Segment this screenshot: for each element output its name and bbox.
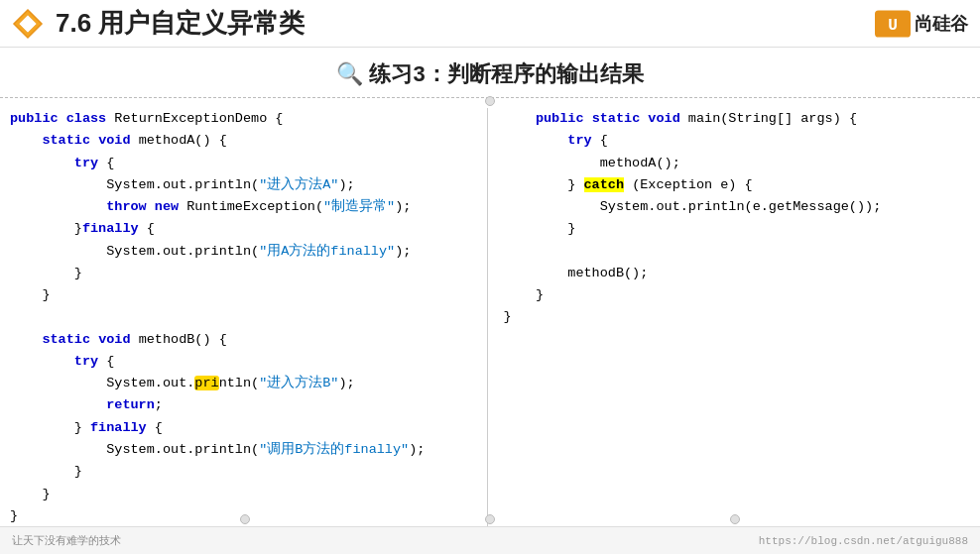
subtitle-bar: 🔍 练习3：判断程序的输出结果 (0, 48, 980, 98)
code-area: public class ReturnExceptionDemo { stati… (0, 98, 980, 527)
code-right-line-4: } catch (Exception e) { (504, 174, 971, 196)
code-right-panel: public static void main(String[] args) {… (488, 108, 981, 527)
code-line-10 (10, 306, 477, 328)
code-line-3: try { (10, 153, 477, 174)
code-line-13: System.out.println("进入方法B"); (10, 373, 477, 394)
logo-icon (12, 8, 44, 40)
code-line-14: return; (10, 394, 477, 416)
page-title: 7.6 用户自定义异常类 (56, 6, 875, 41)
code-line-8: } (10, 263, 477, 284)
code-right-line-1: public static void main(String[] args) { (504, 108, 971, 130)
code-right-line-3: methodA(); (504, 153, 971, 174)
code-line-9: } (10, 284, 477, 306)
code-line-12: try { (10, 351, 477, 373)
code-left-panel: public class ReturnExceptionDemo { stati… (0, 108, 488, 527)
code-line-18: } (10, 484, 477, 505)
code-line-17: } (10, 461, 477, 483)
code-right-line-2: try { (504, 130, 971, 152)
code-right-line-8: methodB(); (504, 263, 971, 284)
scrollbar-dot-bottom-left[interactable] (240, 514, 250, 524)
code-line-11: static void methodB() { (10, 329, 477, 351)
scrollbar-dot-top[interactable] (485, 96, 495, 106)
code-right-line-5: System.out.println(e.getMessage()); (504, 196, 971, 218)
code-line-15: } finally { (10, 417, 477, 439)
code-line-1: public class ReturnExceptionDemo { (10, 108, 477, 130)
code-line-16: System.out.println("调用B方法的finally"); (10, 439, 477, 461)
scrollbar-dot-bottom-center[interactable] (485, 514, 495, 524)
code-right-line-10: } (504, 306, 971, 328)
bottom-left-text: 让天下没有难学的技术 (12, 533, 121, 548)
code-line-2: static void methodA() { (10, 130, 477, 152)
code-right-line-7 (504, 241, 971, 263)
subtitle-icon: 🔍 (336, 61, 363, 86)
brand: U 尚硅谷 (875, 10, 968, 38)
code-line-4: System.out.println("进入方法A"); (10, 174, 477, 196)
code-line-7: System.out.println("用A方法的finally"); (10, 241, 477, 263)
header: 7.6 用户自定义异常类 U 尚硅谷 (0, 0, 980, 48)
code-line-6: }finally { (10, 218, 477, 240)
scrollbar-dot-bottom-right[interactable] (730, 514, 740, 524)
code-line-5: throw new RuntimeException("制造异常"); (10, 196, 477, 218)
subtitle-text: 🔍 练习3：判断程序的输出结果 (336, 61, 643, 86)
code-right-line-6: } (504, 218, 971, 240)
code-right-line-9: } (504, 284, 971, 306)
bottom-bar: 让天下没有难学的技术 https://blog.csdn.net/atguigu… (0, 526, 980, 554)
brand-icon: U (875, 10, 911, 38)
bottom-url: https://blog.csdn.net/atguigu888 (759, 535, 968, 547)
brand-text: 尚硅谷 (915, 12, 968, 36)
svg-text:U: U (888, 17, 898, 35)
